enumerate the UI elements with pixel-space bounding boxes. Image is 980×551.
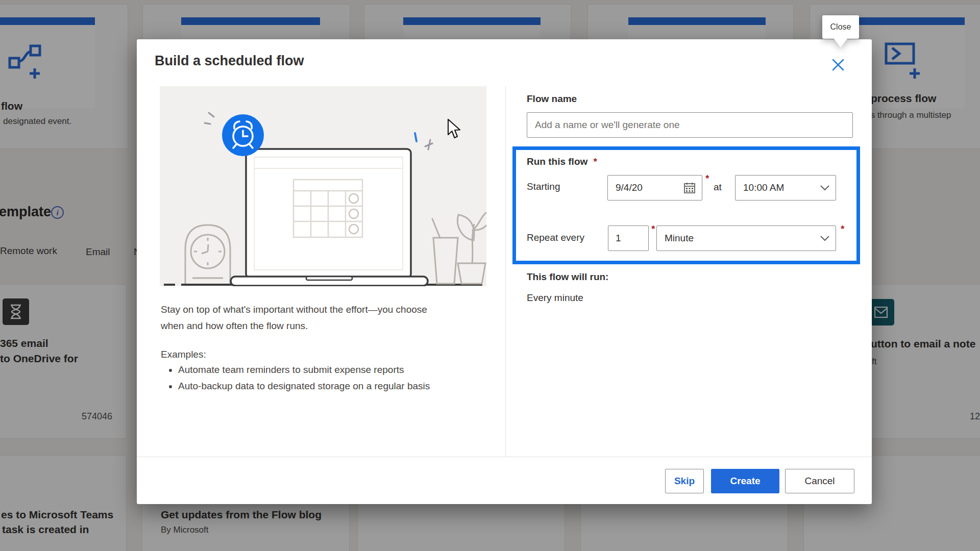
dialog-description-line1: Stay on top of what's important without … [161,304,427,315]
column-divider [505,86,506,457]
build-scheduled-flow-dialog: Build a scheduled flow [137,39,872,504]
repeat-every-label: Repeat every [527,232,584,243]
close-tooltip: Close [822,15,859,39]
start-date-field[interactable]: 9/4/20 [607,175,702,201]
flow-summary-heading: This flow will run: [527,271,608,283]
flow-name-input[interactable] [527,112,853,138]
required-marker: * [841,223,844,235]
at-label: at [714,182,722,193]
run-this-flow-text: Run this flow [527,156,587,167]
flow-summary-text: Every minute [527,292,583,304]
required-marker: * [594,156,597,167]
create-button[interactable]: Create [711,469,779,493]
footer-divider [137,457,872,457]
flow-name-label: Flow name [527,93,577,105]
skip-button[interactable]: Skip [665,469,704,493]
chevron-down-icon [820,185,829,191]
cancel-button[interactable]: Cancel [785,469,854,493]
chevron-down-icon [820,236,829,241]
calendar-icon[interactable] [683,182,696,194]
start-time-dropdown[interactable]: 10:00 AM [735,175,836,201]
examples-list: Automate team reminders to submit expens… [161,362,430,394]
frequency-value: Minute [665,233,820,244]
run-this-flow-label: Run this flow * [527,156,597,167]
scheduled-flow-illustration [160,86,486,286]
frequency-dropdown[interactable]: Minute [656,226,836,251]
dialog-title: Build a scheduled flow [155,53,304,69]
example-item: Automate team reminders to submit expens… [178,362,430,378]
interval-input[interactable] [608,226,649,251]
tooltip-arrow [834,39,847,47]
cursor-icon [447,118,462,140]
required-marker: * [705,173,709,184]
examples-heading: Examples: [161,349,206,360]
close-tooltip-text: Close [822,15,859,39]
screen: flow designated event. process flow rs t… [0,0,980,551]
example-item: Auto-backup data to designated storage o… [178,378,430,394]
illustration-graphic [160,86,486,286]
starting-label: Starting [527,181,560,192]
start-time-value: 10:00 AM [743,182,820,193]
start-date-value: 9/4/20 [616,182,683,193]
close-button[interactable] [829,56,847,74]
dialog-description-line2: when and how often the flow runs. [161,320,308,332]
required-marker: * [651,223,655,235]
close-icon [831,58,845,71]
